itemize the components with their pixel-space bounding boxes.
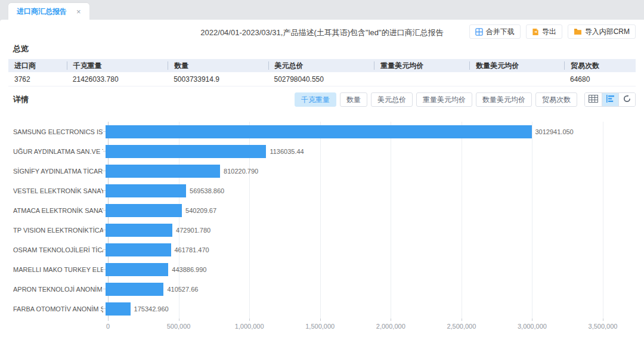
- overview-col-header: 数量美元均价: [469, 61, 564, 70]
- chart-row: MARELLI MAKO TURKEY ELEKTRİK S...443886.…: [13, 259, 636, 279]
- chart-row: UĞUR AYDINLATMA SAN.VE TİC.LTD...1136035…: [13, 141, 636, 161]
- bar-track: 810220.790: [106, 161, 636, 181]
- category-label: FARBA OTOMOTİV ANONİM ŞİRKETİ: [13, 305, 103, 313]
- bar[interactable]: [106, 125, 532, 138]
- bar-track: 472901.780: [106, 220, 636, 240]
- merge-download-icon: [475, 28, 483, 36]
- axis-tick: [108, 319, 109, 321]
- overview-cell: 64680: [564, 75, 636, 84]
- detail-controls: 千克重量数量美元总价重量美元均价数量美元均价贸易次数: [295, 92, 636, 107]
- axis-tick-label: 500,000: [167, 323, 191, 330]
- bar-value-label: 410527.66: [167, 286, 198, 293]
- overview-col-header: 重量美元均价: [374, 61, 469, 70]
- bar-value-label: 3012941.050: [535, 128, 574, 135]
- axis-tick: [532, 319, 532, 321]
- tab-import-summary-report[interactable]: 进口商汇总报告 ×: [8, 3, 89, 20]
- bar-track: 569538.860: [106, 181, 636, 200]
- action-label: 导入内部CRM: [585, 27, 630, 37]
- axis-tick: [391, 319, 391, 321]
- overview-table-header: 进口商千克重量数量美元总价重量美元均价数量美元均价贸易次数: [8, 59, 636, 72]
- overview-cell: 5003733914.9: [168, 75, 268, 84]
- action-export[interactable]: 导出: [526, 24, 562, 39]
- axis-tick-label: 2,000,000: [376, 323, 405, 330]
- import-crm-icon: [574, 28, 582, 35]
- bar-value-label: 461781.470: [175, 246, 209, 253]
- axis-tick: [603, 319, 603, 321]
- axis-tick-label: 1,000,000: [235, 323, 264, 330]
- axis-tick-label: 2,500,000: [447, 323, 476, 330]
- action-merge-download[interactable]: 合并下载: [469, 24, 521, 39]
- axis-tick-label: 1,500,000: [305, 323, 335, 330]
- tab-bar: 进口商汇总报告 ×: [0, 0, 644, 20]
- view-toggle-group: [584, 92, 636, 107]
- bar-track: 410527.66: [106, 279, 636, 299]
- category-label: APRON TEKNOLOJİ ANONİM ŞİRKETİ: [13, 286, 103, 293]
- bar-value-label: 175342.960: [134, 305, 169, 313]
- category-label: OSRAM TEKNOLOJİLERİ TİCARET AN...: [13, 246, 103, 253]
- bar[interactable]: [106, 204, 182, 217]
- bar-chart-view-button[interactable]: [602, 93, 618, 106]
- axis-tick-label: 3,500,000: [589, 323, 618, 330]
- refresh-button[interactable]: [618, 93, 635, 106]
- axis-tick: [249, 319, 250, 321]
- metric-tab-2[interactable]: 数量: [340, 92, 367, 107]
- action-import-crm[interactable]: 导入内部CRM: [568, 24, 636, 39]
- table-view-icon: [589, 94, 598, 105]
- category-label: MARELLI MAKO TURKEY ELEKTRİK S...: [13, 266, 103, 273]
- header-actions: 合并下载导出导入内部CRM: [469, 24, 636, 39]
- overview-col-header: 美元总价: [268, 61, 374, 70]
- bar-track: 461781.470: [106, 240, 636, 259]
- detail-bar: 详情 千克重量数量美元总价重量美元均价数量美元均价贸易次数: [8, 92, 636, 107]
- axis-tick-label: 3,000,000: [518, 323, 547, 330]
- chart-row: SİGNİFY AYDINLATMA TİCARET ANO...810220.…: [13, 161, 636, 181]
- title-row: 2022/04/01-2023/03/31,产品描述(土耳其语)包含"led"的…: [8, 20, 636, 40]
- overview-cell: 502798040.550: [268, 75, 374, 84]
- bar[interactable]: [106, 184, 186, 197]
- chart-row: TP VISION ELEKTRONİKTİCARET AN...472901.…: [13, 220, 636, 240]
- bar[interactable]: [106, 283, 163, 296]
- bar-value-label: 472901.780: [176, 227, 210, 234]
- action-label: 导出: [542, 27, 556, 37]
- category-label: SAMSUNG ELECTRONICS ISTANBUL P...: [13, 128, 103, 135]
- metric-tab-1[interactable]: 千克重量: [295, 92, 336, 107]
- bar[interactable]: [106, 243, 171, 256]
- chart-row: FARBA OTOMOTİV ANONİM ŞİRKETİ175342.960: [13, 299, 636, 319]
- chart-row: SAMSUNG ELECTRONICS ISTANBUL P...3012941…: [13, 122, 636, 141]
- metric-tab-4[interactable]: 重量美元均价: [416, 92, 472, 107]
- metric-tab-3[interactable]: 美元总价: [371, 92, 413, 107]
- export-icon: [532, 28, 539, 36]
- chart-rows: SAMSUNG ELECTRONICS ISTANBUL P...3012941…: [13, 122, 636, 319]
- bar-value-label: 810220.790: [224, 168, 258, 175]
- bar-value-label: 540209.67: [185, 207, 216, 214]
- bar-track: 443886.990: [106, 259, 636, 279]
- axis-tick: [320, 319, 321, 321]
- close-icon[interactable]: ×: [76, 8, 81, 16]
- bar-value-label: 1136035.44: [270, 148, 304, 155]
- app-window: 进口商汇总报告 × 2022/04/01-2023/03/31,产品描述(土耳其…: [0, 0, 644, 337]
- tab-label: 进口商汇总报告: [17, 7, 67, 17]
- overview-table-row: 376221426033.7805003733914.9502798040.55…: [8, 72, 636, 86]
- category-label: VESTEL ELEKTRONİK SANAYİ VE Tİ...: [13, 187, 103, 194]
- report-content: 2022/04/01-2023/03/31,产品描述(土耳其语)包含"led"的…: [0, 20, 644, 337]
- metric-tab-5[interactable]: 数量美元均价: [476, 92, 532, 107]
- bar-value-label: 569538.860: [190, 187, 224, 194]
- table-view-button[interactable]: [585, 93, 602, 106]
- overview-col-header: 进口商: [8, 61, 67, 70]
- bar-track: 540209.67: [106, 200, 636, 220]
- chart-row: ATMACA ELEKTRONİK SANAYİ VE Tİ...540209.…: [13, 200, 636, 220]
- overview-col-header: 千克重量: [67, 61, 168, 70]
- bar[interactable]: [106, 263, 168, 276]
- overview-section-label: 总览: [13, 44, 636, 54]
- metric-tab-6[interactable]: 贸易次数: [535, 92, 577, 107]
- bar[interactable]: [106, 145, 266, 158]
- bar[interactable]: [106, 224, 172, 237]
- detail-section-label: 详情: [13, 94, 29, 105]
- bar-track: 1136035.44: [106, 141, 636, 161]
- axis-tick: [179, 319, 179, 321]
- bar-chart-view-icon: [606, 94, 615, 105]
- bar[interactable]: [106, 302, 131, 316]
- bar[interactable]: [106, 165, 220, 178]
- bar-track: 175342.960: [106, 299, 636, 319]
- chart-row: APRON TEKNOLOJİ ANONİM ŞİRKETİ410527.66: [13, 279, 636, 299]
- overview-cell: 21426033.780: [67, 75, 168, 84]
